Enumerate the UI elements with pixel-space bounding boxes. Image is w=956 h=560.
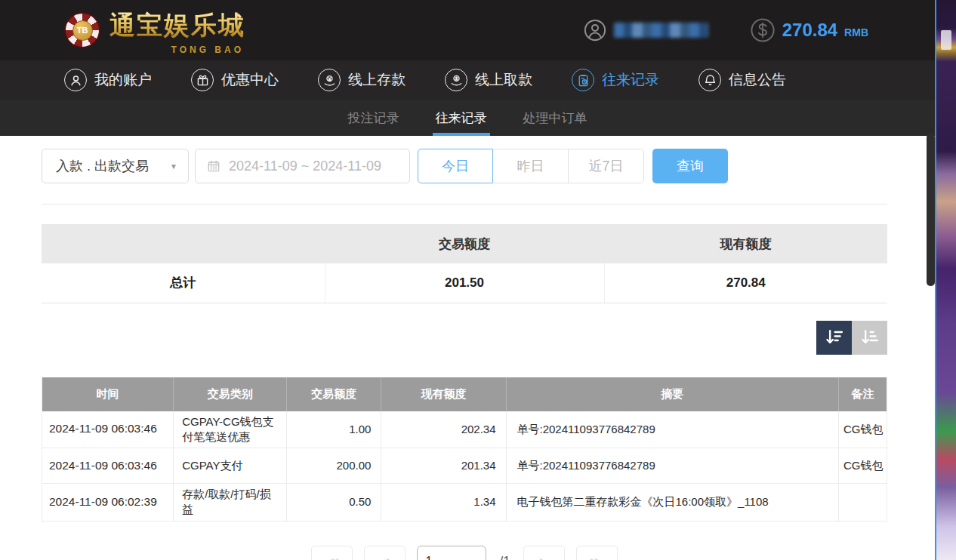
page-select[interactable]: 1 ⌄ bbox=[417, 546, 486, 560]
nav-label: 我的账户 bbox=[94, 70, 152, 90]
query-button[interactable]: 查询 bbox=[652, 149, 728, 183]
gift-icon bbox=[191, 69, 214, 91]
main-content: 入款 . 出款交易 ▼ 2024-11-09 ~ 2024-11-09 今日 昨… bbox=[0, 136, 935, 560]
left-arrow-icon: ◀ bbox=[381, 555, 386, 560]
section-divider bbox=[42, 204, 887, 205]
cell-summary: 单号:202411093776842789 bbox=[506, 448, 838, 484]
transaction-type-select[interactable]: 入款 . 出款交易 ▼ bbox=[42, 149, 189, 183]
double-right-arrow-icon: ▶▶ bbox=[591, 555, 600, 560]
background-art-partial-glyph bbox=[941, 30, 951, 50]
last-page-button[interactable]: ▶▶ bbox=[576, 546, 618, 560]
cell-balance: 1.34 bbox=[381, 484, 506, 522]
next-page-button[interactable]: ▶ bbox=[523, 546, 565, 560]
summary-total-amount: 201.50 bbox=[325, 263, 604, 303]
user-icon bbox=[584, 19, 606, 42]
quick-date-group: 今日 昨日 近7日 bbox=[418, 149, 644, 183]
summary-total-label: 总计 bbox=[42, 263, 325, 303]
cell-type: 存款/取款/打码/损益 bbox=[174, 484, 287, 522]
table-row: 2024-11-09 06:03:46 CGPAY-CG钱包支付笔笔送优惠 1.… bbox=[42, 411, 887, 448]
col-header-summary: 摘要 bbox=[506, 377, 838, 411]
sort-controls bbox=[42, 321, 887, 355]
sort-ascending-button[interactable] bbox=[852, 321, 887, 355]
top-header: TB 通宝娱乐城 TONG BAO bbox=[0, 0, 935, 60]
nav-item-promotions[interactable]: 优惠中心 bbox=[191, 69, 279, 91]
nav-item-deposit[interactable]: 线上存款 bbox=[318, 69, 406, 91]
wallet-balance[interactable]: 270.84 RMB bbox=[750, 17, 868, 43]
cell-time: 2024-11-09 06:02:39 bbox=[42, 484, 174, 522]
scrollbar-thumb[interactable] bbox=[927, 134, 935, 286]
page-select-value: 1 bbox=[425, 555, 432, 560]
cell-note bbox=[838, 484, 887, 522]
sort-ascending-icon bbox=[859, 327, 880, 348]
chevron-down-icon: ⌄ bbox=[469, 556, 480, 560]
cell-balance: 202.34 bbox=[381, 411, 506, 448]
date-range-picker[interactable]: 2024-11-09 ~ 2024-11-09 bbox=[195, 149, 410, 183]
dollar-icon bbox=[750, 17, 776, 43]
withdraw-icon bbox=[445, 69, 467, 91]
page-total-label: /1 bbox=[499, 554, 510, 560]
summary-header-empty bbox=[42, 224, 325, 263]
deposit-icon bbox=[318, 69, 341, 91]
brand-name-en: TONG BAO bbox=[171, 45, 244, 55]
nav-item-my-account[interactable]: 我的账户 bbox=[64, 69, 152, 91]
brand-text: 通宝娱乐城 TONG BAO bbox=[109, 8, 245, 52]
double-left-arrow-icon: ◀◀ bbox=[326, 555, 335, 560]
calendar-icon bbox=[206, 158, 221, 174]
cell-type: CGPAY-CG钱包支付笔笔送优惠 bbox=[174, 411, 287, 448]
first-page-button[interactable]: ◀◀ bbox=[311, 546, 353, 560]
cell-time: 2024-11-09 06:03:46 bbox=[42, 448, 174, 484]
cell-amount: 0.50 bbox=[287, 484, 381, 522]
nav-label: 信息公告 bbox=[729, 70, 786, 90]
filter-toolbar: 入款 . 出款交易 ▼ 2024-11-09 ~ 2024-11-09 今日 昨… bbox=[42, 149, 887, 183]
cell-amount: 1.00 bbox=[287, 411, 381, 448]
balance-amount: 270.84 bbox=[782, 20, 837, 41]
main-navigation: 我的账户 优惠中心 线上存款 bbox=[0, 60, 935, 100]
quick-button-last7days[interactable]: 近7日 bbox=[569, 149, 644, 183]
username-redacted bbox=[614, 23, 708, 38]
casino-chip-icon: TB bbox=[64, 12, 100, 48]
app-window: TB 通宝娱乐城 TONG BAO bbox=[0, 0, 935, 560]
col-header-type: 交易类别 bbox=[174, 377, 287, 411]
nav-label: 往来记录 bbox=[602, 70, 659, 90]
col-header-balance: 现有额度 bbox=[381, 377, 506, 411]
quick-button-yesterday[interactable]: 昨日 bbox=[493, 149, 569, 183]
tab-betting-records[interactable]: 投注记录 bbox=[347, 100, 401, 136]
record-subtabs: 投注记录 往来记录 处理中订单 bbox=[0, 100, 935, 136]
cell-note: CG钱包 bbox=[838, 411, 887, 448]
brand-name-cn: 通宝娱乐城 bbox=[109, 8, 245, 43]
chevron-down-icon: ▼ bbox=[170, 162, 177, 171]
quick-button-today[interactable]: 今日 bbox=[418, 149, 493, 183]
tab-processing-orders[interactable]: 处理中订单 bbox=[522, 100, 589, 136]
nav-item-announcements[interactable]: 信息公告 bbox=[698, 69, 786, 91]
sort-descending-button[interactable] bbox=[816, 321, 852, 355]
cell-time: 2024-11-09 06:03:46 bbox=[42, 411, 174, 448]
cell-balance: 201.34 bbox=[381, 448, 506, 484]
nav-label: 优惠中心 bbox=[221, 70, 279, 90]
brand-logo[interactable]: TB 通宝娱乐城 TONG BAO bbox=[64, 8, 245, 52]
transaction-type-value: 入款 . 出款交易 bbox=[56, 157, 149, 175]
nav-label: 线上取款 bbox=[475, 70, 532, 90]
nav-item-withdraw[interactable]: 线上取款 bbox=[445, 69, 532, 91]
summary-table: 交易额度 现有额度 总计 201.50 270.84 bbox=[42, 224, 887, 303]
balance-currency: RMB bbox=[844, 26, 868, 38]
tab-transaction-records[interactable]: 往来记录 bbox=[434, 100, 489, 136]
summary-header-balance: 现有额度 bbox=[604, 224, 887, 263]
summary-total-balance: 270.84 bbox=[604, 263, 887, 303]
summary-header-amount: 交易额度 bbox=[325, 224, 604, 263]
nav-label: 线上存款 bbox=[348, 70, 406, 90]
nav-item-transaction-records[interactable]: 往来记录 bbox=[572, 69, 659, 91]
prev-page-button[interactable]: ◀ bbox=[364, 546, 406, 560]
header-right-cluster: 270.84 RMB bbox=[584, 17, 935, 43]
bell-icon bbox=[698, 69, 721, 91]
summary-header-row: 交易额度 现有额度 bbox=[42, 224, 887, 263]
table-row: 2024-11-09 06:02:39 存款/取款/打码/损益 0.50 1.3… bbox=[42, 484, 887, 522]
col-header-time: 时间 bbox=[42, 377, 174, 411]
cell-amount: 200.00 bbox=[287, 448, 381, 484]
summary-total-row: 总计 201.50 270.84 bbox=[42, 263, 887, 303]
col-header-amount: 交易额度 bbox=[287, 377, 381, 411]
cell-type: CGPAY支付 bbox=[174, 448, 287, 484]
col-header-note: 备注 bbox=[838, 377, 887, 411]
cell-summary: 电子钱包第二重存款彩金《次日16:00领取》_1108 bbox=[506, 484, 838, 522]
records-icon bbox=[572, 69, 594, 91]
user-account[interactable] bbox=[584, 19, 708, 42]
